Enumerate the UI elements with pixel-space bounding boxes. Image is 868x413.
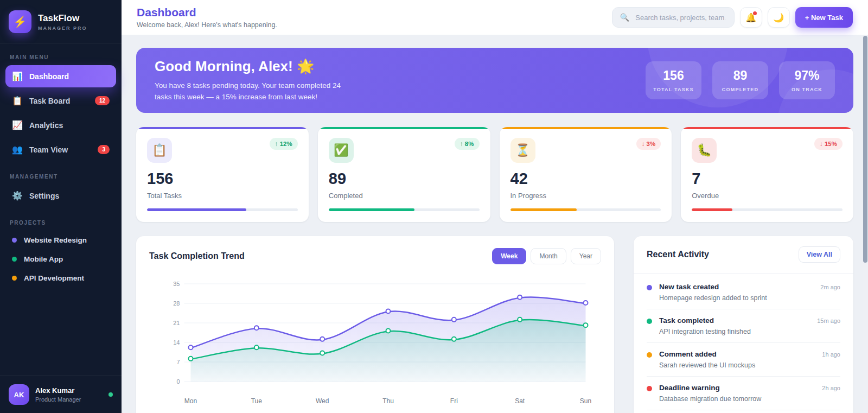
dashboard-content: Good Morning, Alex! 🌟 You have 8 tasks p… — [122, 35, 868, 413]
stat-value: 42 — [510, 170, 661, 188]
activity-item[interactable]: Team member added Mike joined the develo… — [647, 410, 840, 413]
trend-badge: ↓ 15% — [814, 138, 843, 150]
chart-title: Task Completion Trend — [149, 251, 245, 261]
stat-value: 89 — [329, 170, 480, 188]
search-box[interactable]: 🔍 — [612, 7, 735, 28]
activity-item[interactable]: Task completed API integration testing f… — [647, 309, 840, 343]
sidebar-item-settings[interactable]: ⚙️ Settings — [5, 185, 116, 207]
view-all-button[interactable]: View All — [799, 246, 840, 263]
card-accent-bar — [681, 127, 853, 129]
notifications-button[interactable]: 🔔 — [740, 7, 762, 28]
activity-item-time: 15m ago — [817, 316, 840, 335]
dark-mode-button[interactable]: 🌙 — [768, 7, 790, 28]
check-icon: ✅ — [329, 138, 354, 163]
page-title: Dashboard — [137, 6, 277, 19]
hero-stat-on-track: 97% ON TRACK — [779, 61, 835, 99]
gear-icon: ⚙️ — [12, 190, 23, 201]
tab-year[interactable]: Year — [571, 248, 601, 264]
task-board-badge: 12 — [95, 96, 110, 105]
progress-fill — [692, 208, 732, 211]
people-icon: 👥 — [12, 144, 23, 155]
hero-stat-value: 97% — [786, 68, 828, 83]
trend-badge: ↑ 8% — [455, 138, 480, 150]
app-subtitle: MANAGER PRO — [38, 26, 87, 31]
stat-value: 156 — [147, 170, 298, 188]
chart-range-tabs: Week Month Year — [492, 248, 601, 264]
notification-dot — [753, 11, 757, 15]
new-task-button[interactable]: + New Task — [795, 7, 853, 28]
moon-icon: 🌙 — [773, 12, 784, 23]
sidebar-item-team-view[interactable]: 👥 Team View 3 — [5, 138, 116, 161]
stat-label: Total Tasks — [147, 192, 298, 200]
trend-badge: ↓ 3% — [636, 138, 661, 150]
activity-item-desc: API integration testing finished — [659, 328, 751, 335]
sidebar-item-dashboard[interactable]: 📊 Dashboard — [5, 65, 116, 87]
user-profile[interactable]: AK Alex Kumar Product Manager — [0, 376, 122, 413]
tab-week[interactable]: Week — [492, 248, 526, 264]
activity-item-title: Deadline warning — [659, 384, 761, 392]
online-status-dot — [108, 392, 113, 397]
activity-dot — [647, 352, 652, 358]
vertical-scrollbar-thumb[interactable] — [863, 36, 867, 263]
sidebar-project-api-development[interactable]: API Development — [5, 269, 116, 288]
project-dot — [12, 238, 17, 243]
svg-text:14: 14 — [173, 339, 180, 346]
chart-increasing-icon: 📈 — [12, 120, 23, 130]
activity-item[interactable]: New task created Homepage redesign added… — [647, 276, 840, 309]
svg-text:21: 21 — [173, 320, 180, 326]
stat-card-total-tasks[interactable]: 📋 ↑ 12% 156 Total Tasks — [136, 127, 309, 222]
sidebar-item-analytics[interactable]: 📈 Analytics — [5, 114, 116, 136]
hero-stat-completed: 89 COMPLETED — [712, 61, 768, 99]
trend-line-chart-svg: 0714212835MonTueWedThuFriSatSun — [149, 272, 601, 410]
activity-item-time: 1h ago — [822, 350, 840, 369]
progress-track — [510, 208, 661, 211]
greeting-banner: Good Morning, Alex! 🌟 You have 8 tasks p… — [136, 48, 853, 113]
hero-stat-value: 156 — [652, 68, 695, 83]
activity-item-time: 2m ago — [820, 283, 840, 302]
activity-item[interactable]: Deadline warning Database migration due … — [647, 377, 840, 410]
bottom-row: Task Completion Trend Week Month Year 07… — [136, 236, 853, 413]
hero-stat-label: TOTAL TASKS — [652, 87, 695, 92]
svg-text:Thu: Thu — [382, 397, 394, 405]
search-icon: 🔍 — [620, 13, 629, 22]
greeting-body: You have 8 tasks pending today. Your tea… — [155, 80, 342, 103]
vertical-scrollbar-track[interactable] — [863, 35, 868, 413]
activity-item-desc: Database migration due tomorrow — [659, 395, 761, 403]
sidebar-item-label: Settings — [29, 192, 59, 200]
tab-month[interactable]: Month — [531, 248, 566, 264]
sidebar-project-mobile-app[interactable]: Mobile App — [5, 250, 116, 269]
trend-badge: ↑ 12% — [270, 138, 298, 150]
team-view-badge: 3 — [98, 145, 110, 154]
stat-card-in-progress[interactable]: ⏳ ↓ 3% 42 In Progress — [500, 127, 672, 222]
app-name: TaskFlow — [38, 13, 87, 24]
progress-fill — [329, 208, 414, 211]
activity-item-title: New task created — [659, 283, 767, 291]
project-label: API Development — [24, 274, 84, 282]
avatar: AK — [9, 384, 29, 405]
svg-text:35: 35 — [173, 281, 180, 287]
progress-fill — [510, 208, 577, 211]
svg-text:Tue: Tue — [251, 397, 263, 405]
sidebar: ⚡ TaskFlow MANAGER PRO MAIN MENU 📊 Dashb… — [0, 0, 122, 413]
stat-card-overdue[interactable]: 🐛 ↓ 15% 7 Overdue — [681, 127, 853, 222]
activity-item-desc: Sarah reviewed the UI mockups — [659, 361, 755, 369]
stat-card-completed[interactable]: ✅ ↑ 8% 89 Completed — [318, 127, 490, 222]
task-completion-trend-card: Task Completion Trend Week Month Year 07… — [136, 236, 614, 413]
sidebar-item-task-board[interactable]: 📋 Task Board 12 — [5, 90, 116, 112]
sidebar-item-label: Dashboard — [29, 72, 69, 81]
card-accent-bar — [136, 127, 309, 129]
hero-stat-label: ON TRACK — [786, 87, 828, 92]
greeting-title: Good Morning, Alex! 🌟 — [155, 58, 342, 75]
user-name: Alex Kumar — [35, 386, 81, 395]
app-logo-row: ⚡ TaskFlow MANAGER PRO — [0, 0, 122, 43]
section-label-management: MANAGEMENT — [0, 174, 122, 180]
svg-text:0: 0 — [176, 378, 180, 385]
sidebar-item-label: Analytics — [29, 121, 63, 130]
project-dot — [12, 257, 17, 262]
svg-text:Sun: Sun — [580, 397, 591, 405]
activity-item[interactable]: Comment added Sarah reviewed the UI mock… — [647, 343, 840, 377]
sidebar-project-website-redesign[interactable]: Website Redesign — [5, 231, 116, 250]
hero-stat-value: 89 — [719, 68, 762, 83]
project-label: Mobile App — [24, 255, 63, 263]
search-input[interactable] — [634, 13, 726, 22]
